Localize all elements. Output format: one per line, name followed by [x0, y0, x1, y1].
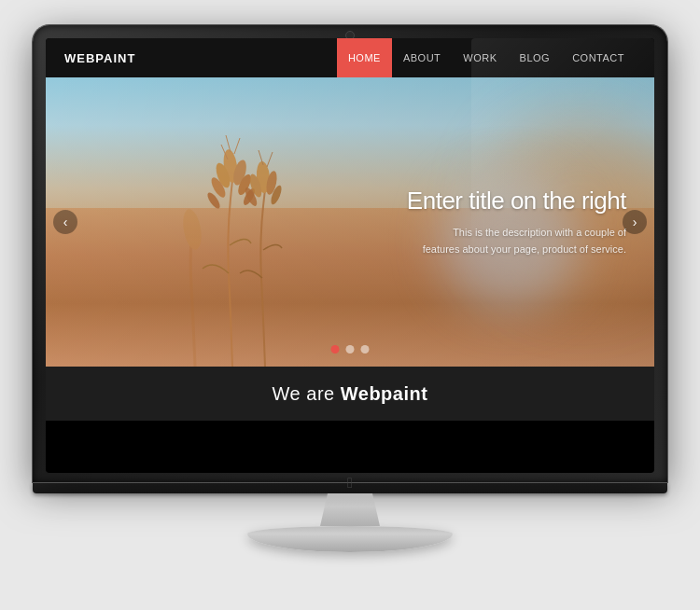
nav-item-about[interactable]: ABOUT: [392, 38, 452, 77]
apple-logo: : [46, 473, 654, 492]
monitor-stand-neck: [313, 493, 387, 526]
monitor-bezel: WEBPAINT HOME ABOUT WORK BLOG CONTACT: [33, 25, 667, 482]
monitor-wrapper: WEBPAINT HOME ABOUT WORK BLOG CONTACT: [33, 25, 667, 585]
bottom-tagline: We are Webpaint: [273, 383, 428, 405]
nav-links: HOME ABOUT WORK BLOG CONTACT: [337, 38, 636, 77]
slide-description: This is the description with a couple of…: [421, 225, 626, 257]
slide-title: Enter title on the right: [407, 187, 626, 215]
nav-item-home[interactable]: HOME: [337, 38, 392, 77]
hero-slider: Enter title on the right This is the des…: [46, 77, 654, 367]
nav-item-work[interactable]: WORK: [452, 38, 508, 77]
slider-arrow-right[interactable]: ›: [623, 210, 647, 234]
slider-dot-3[interactable]: [361, 345, 370, 354]
bottom-bar: We are Webpaint: [46, 367, 654, 421]
navbar: WEBPAINT HOME ABOUT WORK BLOG CONTACT: [46, 38, 654, 77]
slider-dots: [331, 345, 370, 354]
monitor-stand-base: [247, 526, 453, 552]
slide-text: Enter title on the right This is the des…: [407, 187, 626, 257]
slider-arrow-left[interactable]: ‹: [53, 210, 77, 234]
nav-item-contact[interactable]: CONTACT: [561, 38, 636, 77]
slider-dot-1[interactable]: [331, 345, 340, 354]
screen: WEBPAINT HOME ABOUT WORK BLOG CONTACT: [46, 38, 654, 473]
brand-logo[interactable]: WEBPAINT: [64, 51, 337, 65]
slider-dot-2[interactable]: [346, 345, 355, 354]
nav-item-blog[interactable]: BLOG: [509, 38, 562, 77]
bottom-text-normal: We are: [273, 383, 341, 404]
bottom-text-bold: Webpaint: [341, 383, 428, 404]
